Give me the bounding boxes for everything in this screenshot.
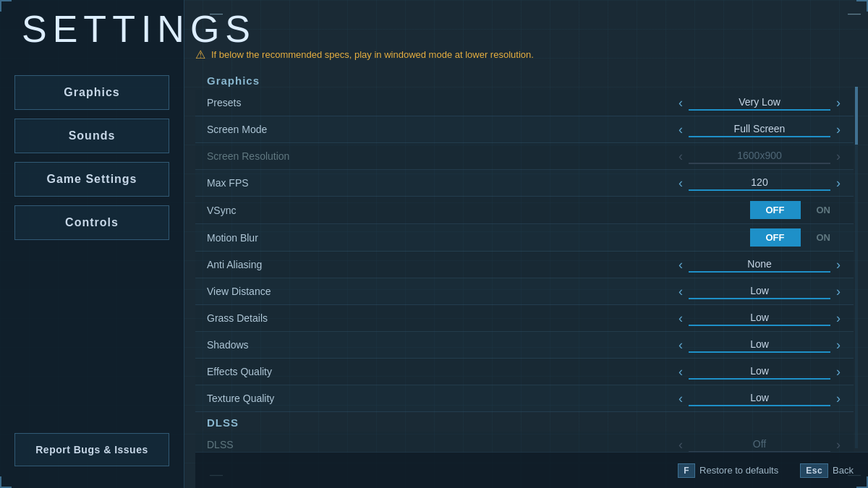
table-row: Shadows ‹ Low › (195, 332, 854, 359)
setting-control-view-distance: ‹ Low › (492, 278, 854, 305)
setting-label-screen-res: Screen Resolution (195, 143, 492, 170)
effects-quality-prev-btn[interactable]: ‹ (673, 364, 689, 380)
table-row: Screen Mode ‹ Full Screen › (195, 116, 854, 143)
motion-blur-off-btn[interactable]: OFF (750, 228, 801, 247)
table-row: DLSS ‹ Off › (195, 432, 854, 452)
setting-control-max-fps: ‹ 120 › (492, 170, 854, 197)
setting-control-presets: ‹ Very Low › (492, 90, 854, 116)
setting-label-effects-quality: Effects Quality (195, 359, 492, 385)
vsync-off-btn[interactable]: OFF (750, 201, 801, 219)
shadows-prev-btn[interactable]: ‹ (673, 337, 689, 353)
table-row: Grass Details ‹ Low › (195, 305, 854, 332)
shadows-selector: ‹ Low › (673, 337, 846, 353)
shadows-next-btn[interactable]: › (830, 337, 846, 353)
table-row: Max FPS ‹ 120 › (195, 170, 854, 197)
texture-quality-prev-btn[interactable]: ‹ (673, 390, 689, 406)
sidebar-item-game-settings[interactable]: Game Settings (14, 162, 169, 197)
dlss-value: Off (689, 437, 830, 452)
back-key-badge: Esc (800, 463, 828, 478)
table-row: View Distance ‹ Low › (195, 278, 854, 305)
table-row: Effects Quality ‹ Low › (195, 359, 854, 385)
max-fps-value: 120 (689, 175, 830, 191)
bottom-bar: F Restore to defaults Esc Back (195, 452, 868, 488)
setting-label-shadows: Shadows (195, 332, 492, 359)
setting-control-shadows: ‹ Low › (492, 332, 854, 359)
sidebar-item-graphics[interactable]: Graphics (14, 75, 169, 110)
screen-mode-prev-btn[interactable]: ‹ (673, 121, 689, 137)
table-row: Screen Resolution ‹ 1600x900 › (195, 143, 854, 170)
setting-control-dlss: ‹ Off › (492, 432, 854, 452)
setting-label-view-distance: View Distance (195, 278, 492, 305)
back-label: Back (833, 465, 854, 476)
anti-aliasing-value: None (689, 257, 830, 273)
vsync-toggle: OFF ON (673, 201, 846, 219)
setting-label-max-fps: Max FPS (195, 170, 492, 197)
motion-blur-toggle: OFF ON (673, 228, 846, 247)
shadows-value: Low (689, 337, 830, 353)
grass-details-next-btn[interactable]: › (830, 310, 846, 326)
setting-control-screen-res: ‹ 1600x900 › (492, 143, 854, 170)
screen-res-selector: ‹ 1600x900 › (673, 148, 846, 164)
screen-res-value: 1600x900 (689, 148, 830, 164)
presets-next-btn[interactable]: › (830, 95, 846, 111)
anti-aliasing-selector: ‹ None › (673, 257, 846, 273)
report-bugs-button[interactable]: Report Bugs & Issues (14, 433, 169, 466)
motion-blur-on-btn[interactable]: ON (801, 228, 847, 247)
setting-control-vsync: OFF ON (492, 197, 854, 224)
grass-details-prev-btn[interactable]: ‹ (673, 310, 689, 326)
effects-quality-next-btn[interactable]: › (830, 364, 846, 380)
main-content: ⚠ If below the recommended specs, play i… (195, 43, 861, 452)
sidebar: Graphics Sounds Game Settings Controls R… (0, 0, 184, 488)
corner-decoration (856, 0, 868, 12)
sidebar-item-controls[interactable]: Controls (14, 205, 169, 240)
anti-aliasing-next-btn[interactable]: › (830, 257, 846, 273)
presets-value: Very Low (689, 95, 830, 111)
table-row: Anti Aliasing ‹ None › (195, 252, 854, 278)
presets-selector: ‹ Very Low › (673, 95, 846, 111)
setting-control-anti-aliasing: ‹ None › (492, 252, 854, 278)
max-fps-prev-btn[interactable]: ‹ (673, 175, 689, 191)
scroll-track[interactable] (855, 87, 858, 448)
setting-label-vsync: VSync (195, 197, 492, 224)
grass-details-value: Low (689, 310, 830, 326)
view-distance-selector: ‹ Low › (673, 283, 846, 299)
warning-text: If below the recommended specs, play in … (211, 49, 534, 60)
max-fps-selector: ‹ 120 › (673, 175, 846, 191)
screen-mode-next-btn[interactable]: › (830, 121, 846, 137)
texture-quality-next-btn[interactable]: › (830, 390, 846, 406)
setting-label-grass-details: Grass Details (195, 305, 492, 332)
table-row: Motion Blur OFF ON (195, 224, 854, 252)
setting-label-texture-quality: Texture Quality (195, 385, 492, 412)
setting-control-effects-quality: ‹ Low › (492, 359, 854, 385)
restore-label: Restore to defaults (699, 465, 778, 476)
restore-defaults-shortcut: F Restore to defaults (678, 463, 778, 478)
effects-quality-selector: ‹ Low › (673, 364, 846, 380)
setting-label-presets: Presets (195, 90, 492, 116)
table-row: VSync OFF ON (195, 197, 854, 224)
vsync-on-btn[interactable]: ON (801, 201, 847, 219)
setting-control-motion-blur: OFF ON (492, 224, 854, 252)
texture-quality-value: Low (689, 390, 830, 406)
presets-prev-btn[interactable]: ‹ (673, 95, 689, 111)
scroll-thumb[interactable] (855, 87, 858, 145)
texture-quality-selector: ‹ Low › (673, 390, 846, 406)
restore-key-badge: F (678, 463, 695, 478)
dlss-table: DLSS ‹ Off › (195, 432, 854, 452)
graphics-section-header: Graphics (195, 70, 854, 90)
anti-aliasing-prev-btn[interactable]: ‹ (673, 257, 689, 273)
setting-control-grass-details: ‹ Low › (492, 305, 854, 332)
view-distance-next-btn[interactable]: › (830, 283, 846, 299)
dlss-prev-btn: ‹ (673, 437, 689, 452)
grass-details-selector: ‹ Low › (673, 310, 846, 326)
view-distance-prev-btn[interactable]: ‹ (673, 283, 689, 299)
dlss-selector: ‹ Off › (673, 437, 846, 452)
dlss-section-header: DLSS (195, 412, 854, 432)
back-shortcut: Esc Back (800, 463, 854, 478)
screen-res-next-btn: › (830, 148, 846, 164)
warning-bar: ⚠ If below the recommended specs, play i… (195, 43, 854, 66)
view-distance-value: Low (689, 283, 830, 299)
max-fps-next-btn[interactable]: › (830, 175, 846, 191)
screen-mode-value: Full Screen (689, 121, 830, 137)
sidebar-item-sounds[interactable]: Sounds (14, 119, 169, 153)
screen-mode-selector: ‹ Full Screen › (673, 121, 846, 137)
